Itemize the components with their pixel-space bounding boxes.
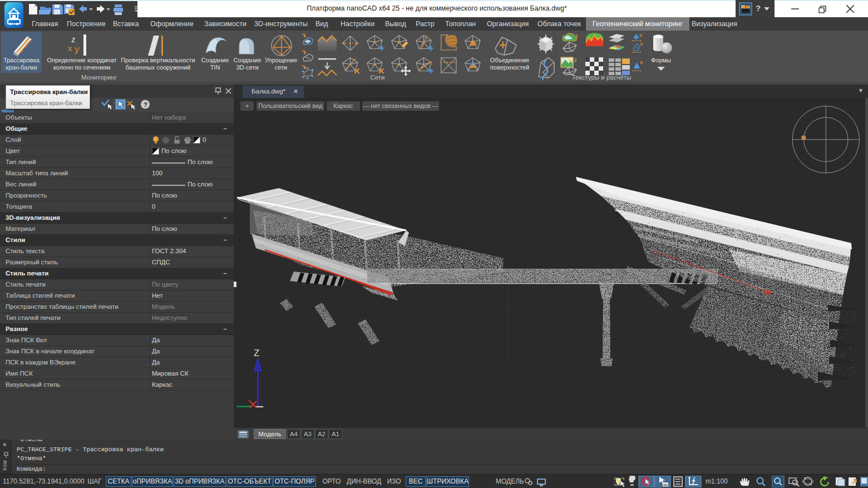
svg-text:Z: Z xyxy=(254,348,259,358)
svg-text:y: y xyxy=(75,44,80,55)
svg-text:?: ? xyxy=(144,101,147,108)
svg-text:S: S xyxy=(640,60,643,65)
svg-text:x: x xyxy=(68,43,72,53)
svg-text:V: V xyxy=(639,33,643,38)
svg-text:V: V xyxy=(640,42,643,47)
svg-text:z: z xyxy=(71,34,76,44)
